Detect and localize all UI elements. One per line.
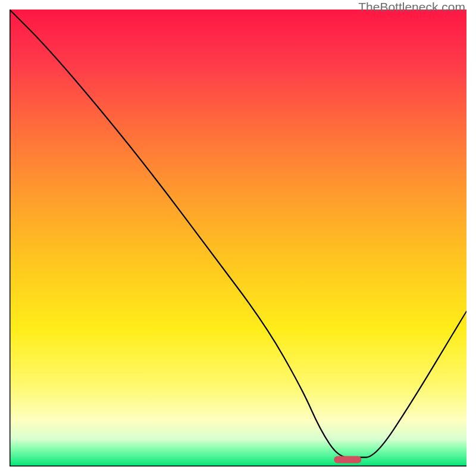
chart-container: TheBottleneck.com: [0, 0, 476, 476]
plot-area: [10, 10, 466, 466]
gradient-background: [10, 10, 466, 466]
watermark-text: TheBottleneck.com: [358, 0, 465, 14]
chart-svg: [10, 10, 466, 466]
optimal-range-marker: [334, 456, 361, 463]
